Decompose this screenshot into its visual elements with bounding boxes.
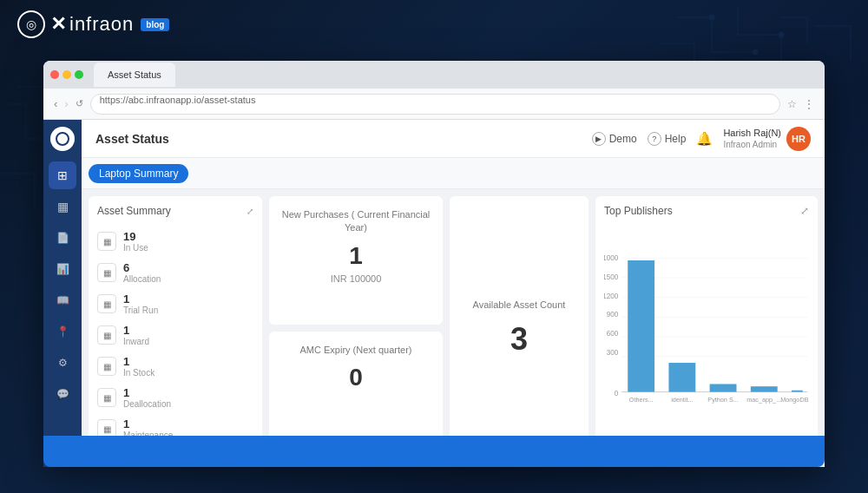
app-header: Asset Status ▶ Demo ? Help 🔔 Harish Raj(…	[82, 120, 825, 158]
asset-count-inward: 1	[123, 324, 253, 337]
browser-close-dot[interactable]	[50, 70, 59, 79]
asset-count-maintenance: 1	[123, 417, 253, 431]
middle-panels: New Purchases ( Current Financial Year) …	[269, 196, 443, 460]
asset-row-in-stock: ▦ 1 In Stock	[97, 351, 253, 382]
new-purchases-title: New Purchases ( Current Financial Year)	[281, 208, 431, 235]
asset-row-allocation: ▦ 6 Allocation	[97, 257, 253, 288]
browser-maximize-dot[interactable]	[75, 70, 83, 79]
amc-expiry-title: AMC Expiry (Next quarter)	[281, 344, 431, 357]
menu-icon[interactable]: ⋮	[804, 98, 814, 110]
document-icon: 📄	[56, 232, 69, 244]
brand-badge: blog	[141, 18, 169, 31]
sidebar-logo-inner	[56, 132, 69, 146]
asset-label-allocation: Allocation	[123, 274, 253, 284]
asset-info-deallocation: 1 Deallocation	[123, 386, 253, 409]
svg-point-1	[753, 49, 758, 55]
new-purchases-card: New Purchases ( Current Financial Year) …	[269, 196, 443, 325]
asset-count-in-stock: 1	[123, 355, 253, 368]
svg-text:1200: 1200	[604, 293, 619, 300]
svg-text:1500: 1500	[604, 273, 619, 281]
expand-icon[interactable]: ⤢	[247, 207, 253, 216]
user-full-name: Harish Raj(N)	[723, 127, 781, 139]
new-purchases-sub: INR 100000	[281, 273, 431, 284]
sidebar-item-settings[interactable]: ⚙	[49, 349, 76, 377]
settings-icon: ⚙	[58, 357, 68, 369]
available-asset-card: Available Asset Count 3	[450, 196, 589, 460]
sidebar-item-messages[interactable]: 💬	[49, 380, 76, 408]
asset-info-trial: 1 Trial Run	[123, 293, 253, 315]
content-area: Laptop Summary Asset Summary ⤢ ▦	[82, 158, 825, 467]
main-content: Asset Status ▶ Demo ? Help 🔔 Harish Raj(…	[82, 120, 825, 467]
brand-logo: ◎ ✕ infraon blog	[17, 10, 169, 38]
amc-expiry-value: 0	[281, 364, 431, 391]
bottom-bar	[43, 436, 825, 467]
page-title: Asset Status	[95, 132, 169, 146]
sidebar-item-assets[interactable]: ▦	[49, 193, 76, 220]
user-info: Harish Raj(N) Infraon Admin HR	[723, 127, 811, 151]
chart-area: 1000 1500 1200 900 600 300 0	[604, 222, 809, 451]
svg-point-2	[779, 32, 784, 37]
svg-text:300: 300	[607, 349, 619, 357]
svg-text:mac_app_...: mac_app_...	[746, 396, 781, 404]
svg-text:Others...: Others...	[629, 396, 654, 404]
notification-bell[interactable]: 🔔	[696, 131, 713, 147]
sub-nav-laptop-summary[interactable]: Laptop Summary	[89, 164, 188, 183]
messages-icon: 💬	[56, 388, 69, 400]
bookmark-icon[interactable]: ☆	[787, 98, 797, 110]
forward-icon[interactable]: ›	[64, 97, 68, 110]
available-asset-title: Available Asset Count	[462, 299, 576, 312]
help-button[interactable]: ? Help	[648, 132, 687, 146]
browser-minimize-dot[interactable]	[62, 70, 71, 79]
asset-row-in-use: ▦ 19 In Use	[97, 226, 253, 257]
assets-icon: ▦	[57, 200, 69, 214]
browser-tab[interactable]: Asset Status	[94, 62, 175, 87]
sidebar-item-home[interactable]: ⊞	[49, 161, 76, 189]
asset-icon-in-stock: ▦	[97, 357, 116, 376]
svg-text:900: 900	[607, 311, 619, 319]
location-icon: 📍	[56, 325, 69, 338]
user-role: Infraon Admin	[723, 139, 781, 150]
refresh-icon[interactable]: ↺	[76, 98, 83, 109]
asset-count-allocation: 6	[123, 261, 253, 274]
brand-name: infraon	[69, 13, 134, 36]
back-icon[interactable]: ‹	[54, 97, 57, 110]
sidebar-item-location[interactable]: 📍	[49, 318, 76, 345]
asset-summary-panel: Asset Summary ⤢ ▦ 19 In Use ▦	[89, 196, 262, 460]
asset-icon-trial: ▦	[97, 294, 116, 313]
asset-count-trial: 1	[123, 293, 253, 306]
svg-text:Python S...: Python S...	[707, 396, 738, 404]
chart-title: Top Publishers	[604, 205, 673, 217]
asset-icon-allocation: ▦	[97, 263, 116, 282]
svg-text:600: 600	[607, 330, 619, 338]
chart-expand-icon[interactable]: ⤢	[800, 205, 809, 217]
asset-row-trial: ▦ 1 Trial Run	[97, 288, 253, 319]
chart-svg: 1000 1500 1200 900 600 300 0	[604, 222, 809, 451]
demo-button[interactable]: ▶ Demo	[592, 132, 637, 146]
chart-header: Top Publishers ⤢	[604, 205, 809, 217]
play-icon: ▶	[592, 132, 606, 146]
asset-row-inward: ▦ 1 Inward	[97, 319, 253, 351]
browser-tab-bar: Asset Status	[43, 61, 825, 89]
address-input[interactable]: https://abc.infraonapp.io/asset-status	[90, 94, 780, 115]
svg-text:0: 0	[615, 390, 619, 398]
user-avatar[interactable]: HR	[786, 127, 811, 151]
sidebar-item-book[interactable]: 📖	[49, 286, 76, 314]
asset-row-deallocation: ▦ 1 Deallocation	[97, 382, 253, 413]
asset-label-in-use: In Use	[123, 243, 253, 253]
browser-address-bar: ‹ › ↺ https://abc.infraonapp.io/asset-st…	[43, 89, 825, 120]
svg-text:identit...: identit...	[671, 396, 693, 404]
browser-window: Asset Status ‹ › ↺ https://abc.infraonap…	[43, 61, 825, 467]
help-label: Help	[665, 133, 687, 145]
bar-python	[710, 384, 737, 391]
brand-bar: ◎ ✕ infraon blog	[17, 10, 169, 38]
browser-tab-label: Asset Status	[108, 69, 161, 80]
sidebar-item-reports[interactable]: 📊	[49, 255, 76, 283]
asset-label-trial: Trial Run	[123, 306, 253, 315]
bar-mac-app	[751, 386, 778, 391]
sidebar-item-documents[interactable]: 📄	[49, 224, 76, 252]
asset-count-deallocation: 1	[123, 386, 253, 399]
asset-summary-title: Asset Summary	[97, 205, 171, 217]
app-container: ⊞ ▦ 📄 📊 📖 📍 ⚙ 💬	[43, 120, 825, 467]
asset-label-in-stock: In Stock	[123, 368, 253, 378]
demo-label: Demo	[609, 133, 637, 145]
